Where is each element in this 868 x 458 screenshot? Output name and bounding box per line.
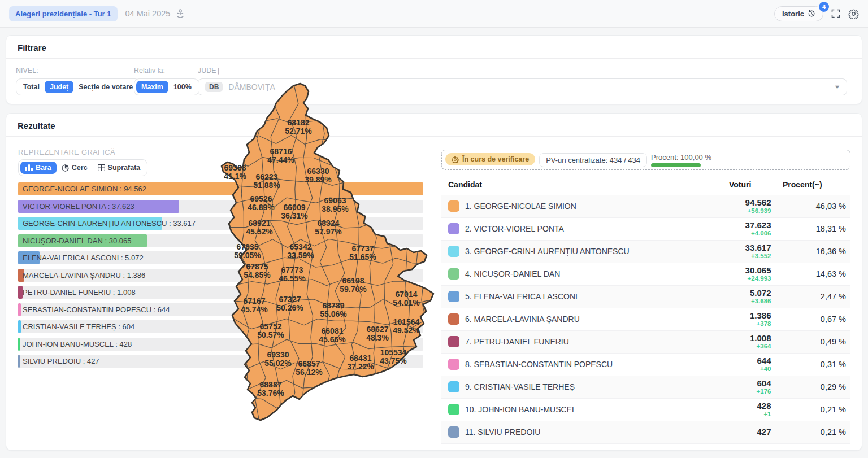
nivel-option-total[interactable]: Total <box>18 81 45 93</box>
county-map[interactable]: 6818252.71%6871647.44%6930841.1%6622351.… <box>215 79 441 446</box>
candidate-name: 6. MARCELA-LAVINIA ȘANDRU <box>465 315 580 324</box>
map-region-code: 68627 <box>367 325 389 334</box>
votes-value: 604 <box>728 379 771 388</box>
fullscreen-icon <box>831 9 840 18</box>
settings-button[interactable] <box>848 8 859 19</box>
procent-label: Procent: 100,00 % <box>651 153 711 162</box>
map-region-code: 66330 <box>307 167 329 176</box>
percent-value: 0,29 % <box>776 376 850 398</box>
table-row[interactable]: 9. CRISTIAN-VASILE TERHEȘ604+1760,29 % <box>441 376 850 398</box>
tab-cerc[interactable]: Cerc <box>57 162 93 174</box>
tab-suprafata-label: Suprafata <box>108 164 141 172</box>
map-region-percent: 52.71% <box>285 127 312 136</box>
map-region-percent: 55.06% <box>320 309 347 319</box>
map-region-code: 68887 <box>260 380 282 389</box>
votes-value: 427 <box>728 428 771 437</box>
map-region-code: 67167 <box>244 296 266 306</box>
table-row[interactable]: 7. PETRU-DANIEL FUNERIU1.008+3640,49 % <box>441 330 850 353</box>
map-region-percent: 50.57% <box>257 330 284 339</box>
map-region-percent: 43.75% <box>380 356 407 365</box>
percent-value: 16,36 % <box>776 240 850 263</box>
map-region-percent: 41.1% <box>224 172 246 181</box>
votes-delta: +56.939 <box>728 207 771 215</box>
map-region-code: 67327 <box>279 295 301 304</box>
table-row[interactable]: 4. NICUȘOR-DANIEL DAN30.065+24.99314,63 … <box>441 263 850 285</box>
votes-value: 428 <box>728 402 771 411</box>
table-row[interactable]: 6. MARCELA-LAVINIA ȘANDRU1.386+3780,67 % <box>441 308 850 330</box>
map-region-percent: 46.89% <box>248 203 275 212</box>
percent-value: 0,67 % <box>776 308 850 330</box>
map-region-percent: 59.05% <box>234 251 261 260</box>
bar-label: GEORGE-NICOLAE SIMION : 94.562 <box>23 182 146 195</box>
table-row[interactable]: 10. JOHN-ION BANU-MUSCEL428+10,21 % <box>441 398 850 421</box>
map-region-code: 68921 <box>249 219 271 228</box>
percent-value: 2,47 % <box>776 285 850 308</box>
map-region-percent: 56.12% <box>296 368 323 377</box>
votes-delta: +24.993 <box>728 275 771 282</box>
table-row[interactable]: 1. GEORGE-NICOLAE SIMION94.562+56.93946,… <box>441 195 850 217</box>
table-row[interactable]: 8. SEBASTIAN-CONSTANTIN POPESCU644+400,3… <box>441 353 850 376</box>
bar-fill <box>18 303 21 316</box>
percent-value: 18,31 % <box>776 217 850 240</box>
candidate-name: 2. VICTOR-VIOREL PONTA <box>465 224 564 233</box>
history-icon <box>808 10 815 18</box>
table-row[interactable]: 5. ELENA-VALERICA LASCONI5.072+3.6862,47… <box>441 285 850 308</box>
votes-delta: +4.006 <box>728 230 771 237</box>
map-region-code: 67014 <box>396 290 418 299</box>
map-region-percent: 45.74% <box>241 305 268 314</box>
percent-value: 0,31 % <box>776 353 850 376</box>
col-candidat: Candidat <box>441 175 723 195</box>
map-region-percent: 47.44% <box>267 155 294 164</box>
relativ-option-100[interactable]: 100% <box>168 81 197 93</box>
votes-value: 30.065 <box>728 266 771 275</box>
bar-label: PETRU-DANIEL FUNERIU : 1.008 <box>23 286 136 299</box>
relativ-option-maxim[interactable]: Maxim <box>136 81 168 93</box>
candidate-name: 7. PETRU-DANIEL FUNERIU <box>465 337 569 346</box>
fullscreen-button[interactable] <box>831 9 840 18</box>
candidate-name: 8. SEBASTIAN-CONSTANTIN POPESCU <box>465 360 613 369</box>
candidate-name: 4. NICUȘOR-DANIEL DAN <box>465 269 560 278</box>
votes-delta: +1 <box>728 411 771 418</box>
percent-value: 0,49 % <box>776 330 850 353</box>
percent-value: 0,21 % <box>776 421 850 443</box>
bar-fill <box>18 355 20 368</box>
istoric-label: Istoric <box>782 10 804 18</box>
filter-title: Filtrare <box>6 36 862 58</box>
map-region-percent: 59.76% <box>340 285 367 294</box>
nivel-group: NIVEL: Total Județ Secție de votare <box>16 67 140 95</box>
istoric-count-badge: 4 <box>819 2 829 12</box>
map-region-code: 65342 <box>290 242 312 251</box>
bar-fill <box>18 320 21 333</box>
istoric-button[interactable]: Istoric <box>774 6 823 21</box>
candidate-name: 3. GEORGE-CRIN-LAURENȚIU ANTONESCU <box>465 247 630 256</box>
verification-label: În curs de verificare <box>462 155 529 163</box>
nivel-option-judet[interactable]: Județ <box>45 81 73 93</box>
candidate-color-swatch <box>448 223 459 234</box>
candidate-color-swatch <box>448 381 459 392</box>
map-region-code: 67835 <box>237 242 259 251</box>
procent-wrap: Procent: 100,00 % <box>651 153 711 167</box>
votes-value: 1.386 <box>728 311 771 320</box>
election-badge[interactable]: Alegeri prezidențiale - Tur 1 <box>9 6 118 21</box>
grid-icon <box>98 164 105 171</box>
table-row[interactable]: 3. GEORGE-CRIN-LAURENȚIU ANTONESCU33.617… <box>441 240 850 263</box>
map-region-code: 68431 <box>350 354 372 363</box>
table-row[interactable]: 2. VICTOR-VIOREL PONTA37.623+4.00618,31 … <box>441 217 850 240</box>
election-date: 04 Mai 2025 <box>125 9 171 18</box>
progress-bar <box>651 163 701 167</box>
bar-label: JOHN-ION BANU-MUSCEL : 428 <box>23 338 132 351</box>
tab-bara[interactable]: Bara <box>20 162 57 174</box>
map-region-percent: 38.95% <box>322 204 349 213</box>
candidate-name: 9. CRISTIAN-VASILE TERHEȘ <box>465 382 575 391</box>
candidate-name: 10. JOHN-ION BANU-MUSCEL <box>465 405 576 414</box>
map-region-percent: 51.88% <box>253 181 280 190</box>
candidate-name: 5. ELENA-VALERICA LASCONI <box>465 292 578 301</box>
verification-pill: În curs de verificare <box>445 153 535 165</box>
map-region-percent: 53.76% <box>257 389 284 398</box>
tab-suprafata[interactable]: Suprafata <box>93 162 146 174</box>
map-region-code: 68182 <box>288 118 310 127</box>
bar-label: ELENA-VALERICA LASCONI : 5.072 <box>23 251 144 264</box>
table-row[interactable]: 11. SILVIU PREDOIU4270,21 % <box>441 421 850 443</box>
nivel-option-sectie[interactable]: Secție de votare <box>73 81 138 93</box>
votes-value: 94.562 <box>728 198 771 207</box>
